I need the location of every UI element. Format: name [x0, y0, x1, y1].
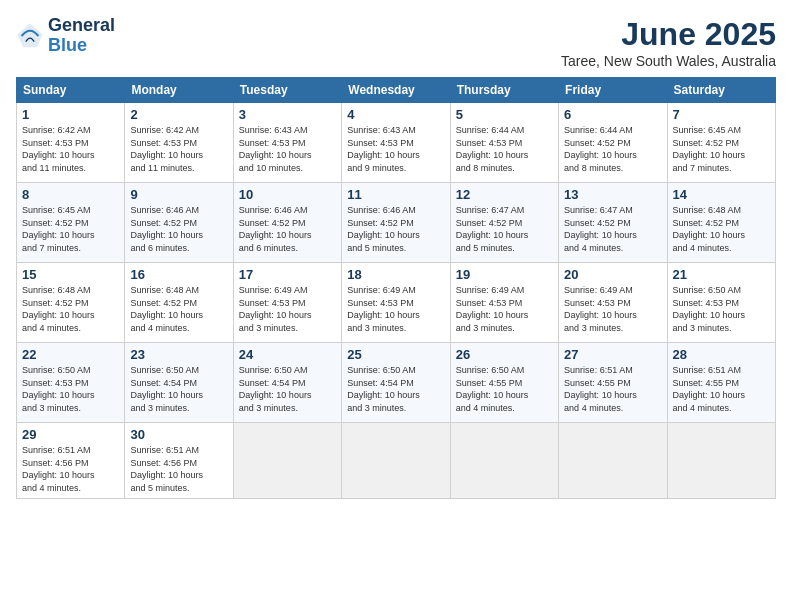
table-row: 14 Sunrise: 6:48 AMSunset: 4:52 PMDaylig… — [667, 183, 775, 263]
empty-cell — [559, 423, 667, 499]
table-row: 24 Sunrise: 6:50 AMSunset: 4:54 PMDaylig… — [233, 343, 341, 423]
col-tuesday: Tuesday — [233, 78, 341, 103]
table-row: 6 Sunrise: 6:44 AMSunset: 4:52 PMDayligh… — [559, 103, 667, 183]
calendar-week-2: 8 Sunrise: 6:45 AMSunset: 4:52 PMDayligh… — [17, 183, 776, 263]
calendar-week-1: 1 Sunrise: 6:42 AMSunset: 4:53 PMDayligh… — [17, 103, 776, 183]
table-row: 13 Sunrise: 6:47 AMSunset: 4:52 PMDaylig… — [559, 183, 667, 263]
empty-cell — [450, 423, 558, 499]
empty-cell — [667, 423, 775, 499]
table-row: 9 Sunrise: 6:46 AMSunset: 4:52 PMDayligh… — [125, 183, 233, 263]
table-row: 22 Sunrise: 6:50 AMSunset: 4:53 PMDaylig… — [17, 343, 125, 423]
table-row: 8 Sunrise: 6:45 AMSunset: 4:52 PMDayligh… — [17, 183, 125, 263]
table-row: 18 Sunrise: 6:49 AMSunset: 4:53 PMDaylig… — [342, 263, 450, 343]
table-row: 21 Sunrise: 6:50 AMSunset: 4:53 PMDaylig… — [667, 263, 775, 343]
col-monday: Monday — [125, 78, 233, 103]
table-row: 17 Sunrise: 6:49 AMSunset: 4:53 PMDaylig… — [233, 263, 341, 343]
col-thursday: Thursday — [450, 78, 558, 103]
col-sunday: Sunday — [17, 78, 125, 103]
table-row: 7 Sunrise: 6:45 AMSunset: 4:52 PMDayligh… — [667, 103, 775, 183]
month-year-title: June 2025 — [561, 16, 776, 53]
table-row: 12 Sunrise: 6:47 AMSunset: 4:52 PMDaylig… — [450, 183, 558, 263]
logo-icon — [16, 22, 44, 50]
table-row: 30 Sunrise: 6:51 AMSunset: 4:56 PMDaylig… — [125, 423, 233, 499]
calendar-week-4: 22 Sunrise: 6:50 AMSunset: 4:53 PMDaylig… — [17, 343, 776, 423]
table-row: 19 Sunrise: 6:49 AMSunset: 4:53 PMDaylig… — [450, 263, 558, 343]
logo: General Blue — [16, 16, 115, 56]
table-row: 28 Sunrise: 6:51 AMSunset: 4:55 PMDaylig… — [667, 343, 775, 423]
table-row: 15 Sunrise: 6:48 AMSunset: 4:52 PMDaylig… — [17, 263, 125, 343]
table-row: 1 Sunrise: 6:42 AMSunset: 4:53 PMDayligh… — [17, 103, 125, 183]
empty-cell — [342, 423, 450, 499]
table-row: 4 Sunrise: 6:43 AMSunset: 4:53 PMDayligh… — [342, 103, 450, 183]
table-row: 27 Sunrise: 6:51 AMSunset: 4:55 PMDaylig… — [559, 343, 667, 423]
table-row: 11 Sunrise: 6:46 AMSunset: 4:52 PMDaylig… — [342, 183, 450, 263]
col-wednesday: Wednesday — [342, 78, 450, 103]
calendar-week-5: 29 Sunrise: 6:51 AMSunset: 4:56 PMDaylig… — [17, 423, 776, 499]
empty-cell — [233, 423, 341, 499]
table-row: 23 Sunrise: 6:50 AMSunset: 4:54 PMDaylig… — [125, 343, 233, 423]
table-row: 2 Sunrise: 6:42 AMSunset: 4:53 PMDayligh… — [125, 103, 233, 183]
page-header: General Blue June 2025 Taree, New South … — [16, 16, 776, 69]
col-saturday: Saturday — [667, 78, 775, 103]
logo-blue: Blue — [48, 35, 87, 55]
table-row: 26 Sunrise: 6:50 AMSunset: 4:55 PMDaylig… — [450, 343, 558, 423]
calendar-table: Sunday Monday Tuesday Wednesday Thursday… — [16, 77, 776, 499]
calendar-week-3: 15 Sunrise: 6:48 AMSunset: 4:52 PMDaylig… — [17, 263, 776, 343]
table-row: 10 Sunrise: 6:46 AMSunset: 4:52 PMDaylig… — [233, 183, 341, 263]
table-row: 3 Sunrise: 6:43 AMSunset: 4:53 PMDayligh… — [233, 103, 341, 183]
table-row: 16 Sunrise: 6:48 AMSunset: 4:52 PMDaylig… — [125, 263, 233, 343]
title-section: June 2025 Taree, New South Wales, Austra… — [561, 16, 776, 69]
col-friday: Friday — [559, 78, 667, 103]
calendar-header-row: Sunday Monday Tuesday Wednesday Thursday… — [17, 78, 776, 103]
logo-general: General — [48, 15, 115, 35]
table-row: 20 Sunrise: 6:49 AMSunset: 4:53 PMDaylig… — [559, 263, 667, 343]
location-subtitle: Taree, New South Wales, Australia — [561, 53, 776, 69]
table-row: 5 Sunrise: 6:44 AMSunset: 4:53 PMDayligh… — [450, 103, 558, 183]
table-row: 25 Sunrise: 6:50 AMSunset: 4:54 PMDaylig… — [342, 343, 450, 423]
table-row: 29 Sunrise: 6:51 AMSunset: 4:56 PMDaylig… — [17, 423, 125, 499]
